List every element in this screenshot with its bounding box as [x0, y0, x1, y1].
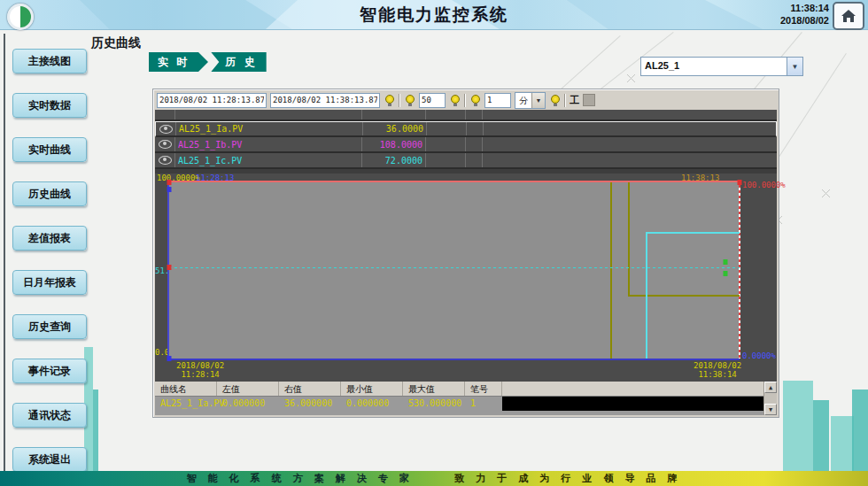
plot-area[interactable]	[167, 181, 740, 360]
scroll-up-icon[interactable]: ▲	[764, 382, 777, 393]
visibility-toggle[interactable]	[155, 153, 175, 167]
sidebar-item-diff-report[interactable]: 差值报表	[12, 226, 87, 251]
col-header-left-value: 左值	[217, 382, 279, 396]
curve-segment	[169, 267, 740, 268]
zoom-in-icon[interactable]	[449, 94, 461, 107]
axis-marker	[167, 180, 172, 185]
curve-segment	[646, 232, 740, 234]
tab-gap	[208, 52, 211, 72]
sidebar-item-exit[interactable]: 系统退出	[12, 447, 87, 472]
col-header-min: 最小值	[341, 382, 403, 396]
clock-date: 2018/08/02	[780, 14, 829, 27]
curve-stats-table: 曲线名 左值 右值 最小值 最大值 笔号 AL25_1_Ia.PV 0.0000…	[155, 382, 777, 415]
curve-segment	[628, 295, 740, 297]
curve-segment	[610, 182, 612, 359]
end-time-input[interactable]	[270, 93, 380, 108]
home-icon	[841, 9, 856, 23]
cell-right-value: 36.000000	[279, 397, 341, 411]
tab-history[interactable]: 历 史	[211, 52, 266, 72]
curve-value: 72.0000	[385, 156, 422, 166]
interval-unit-select[interactable]: 分 ▼	[515, 92, 546, 109]
app-title: 智能电力监控系统	[0, 0, 868, 29]
clock-time: 11:38:14	[780, 2, 829, 14]
eye-icon	[159, 125, 173, 134]
visibility-toggle[interactable]	[156, 122, 176, 135]
axis-marker	[167, 265, 172, 270]
app-window: 智能电力监控系统 11:38:14 2018/08/02 主接线图 实时数据 实…	[0, 0, 868, 486]
powerline-node-decoration	[822, 189, 830, 197]
skyline-building	[831, 416, 854, 471]
footer-bar: 智 能 化 系 统 方 案 解 决 专 家 致 力 于 成 为 行 业 领 导 …	[0, 471, 868, 486]
zoom-out-icon[interactable]	[404, 94, 415, 107]
skyline-building	[813, 400, 829, 471]
sidebar-item-event-log[interactable]: 事件记录	[12, 359, 87, 383]
cell-min: 0.000000	[341, 397, 403, 411]
axis-marker	[723, 259, 727, 265]
table-row[interactable]: AL25_1_Ia.PV 0.000000 36.000000 0.000000…	[155, 397, 777, 411]
cell-pen: 1	[465, 397, 502, 411]
scroll-down-icon[interactable]: ▼	[764, 404, 777, 415]
interval-inc-icon[interactable]	[549, 94, 561, 107]
device-select-value: AL25_1	[641, 58, 787, 75]
interval-unit-value: 分	[515, 93, 531, 108]
axis-marker	[167, 356, 172, 361]
curve-name: AL25_1_Ia.PV	[179, 124, 243, 134]
cursor-marker-icon[interactable]	[384, 94, 395, 107]
curve-name: AL25_1_Ic.PV	[178, 156, 242, 166]
legend-row-ic[interactable]: AL25_1_Ic.PV 72.0000	[155, 153, 777, 169]
sidebar-edge-line	[4, 34, 5, 471]
sidebar-item-main-wiring[interactable]: 主接线图	[12, 49, 87, 73]
table-empty-region	[502, 397, 764, 411]
x-axis-end-datetime: 2018/08/0211:38:14	[694, 361, 741, 379]
col-header-right-value: 右值	[279, 382, 341, 396]
eye-icon	[159, 140, 172, 149]
curve-value: 108.0000	[380, 140, 422, 150]
trend-chart-zone: 100.0000% 11:28:13 11:38:13 100.0000% 51…	[155, 174, 777, 382]
device-select[interactable]: AL25_1 ▼	[640, 57, 803, 76]
toolbar-separator	[399, 94, 400, 107]
zoom-percent-input[interactable]	[419, 93, 446, 108]
axis-marker	[723, 271, 727, 276]
sidebar-item-realtime-curve[interactable]: 实时曲线	[12, 137, 87, 162]
start-time-input[interactable]	[157, 93, 267, 108]
toolbar-separator	[564, 94, 566, 107]
time-cursor-line[interactable]	[739, 182, 740, 359]
y-axis-top-right-label: 100.0000%	[742, 181, 786, 189]
cell-curve-name: AL25_1_Ia.PV	[155, 397, 217, 411]
tab-realtime[interactable]: 实 时	[149, 52, 198, 72]
axis-marker	[738, 180, 742, 185]
stats-table-header: 曲线名 左值 右值 最小值 最大值 笔号	[155, 382, 777, 397]
visibility-toggle[interactable]	[155, 137, 175, 151]
clock: 11:38:14 2018/08/02	[780, 2, 829, 27]
home-button[interactable]	[833, 2, 864, 30]
chevron-down-icon[interactable]: ▼	[531, 93, 545, 108]
legend-row-ib[interactable]: AL25_1_Ib.PV 108.0000	[155, 137, 777, 153]
sidebar-item-realtime-data[interactable]: 实时数据	[12, 93, 87, 118]
col-header-max: 最大值	[403, 382, 465, 396]
curve-name: AL25_1_Ib.PV	[178, 140, 242, 150]
x-axis-start-datetime: 2018/08/0211:28:14	[176, 361, 224, 379]
eye-icon	[159, 156, 172, 165]
measure-cursor-icon[interactable]: 工	[570, 94, 579, 107]
sidebar-item-history-query[interactable]: 历史查询	[12, 314, 87, 339]
header-bar: 智能电力监控系统 11:38:14 2018/08/02	[0, 0, 868, 30]
col-header-pen: 笔号	[465, 382, 502, 396]
tab-arrow-icon	[198, 52, 208, 72]
sidebar-item-dmy-report[interactable]: 日月年报表	[12, 270, 87, 295]
interval-dec-icon[interactable]	[469, 94, 481, 107]
trend-toolbar: 分 ▼ 工	[155, 91, 777, 109]
interval-input[interactable]	[484, 93, 511, 108]
footer-slogan-left: 智 能 化 系 统 方 案 解 决 专 家	[186, 472, 414, 485]
page-title: 历史曲线	[91, 35, 141, 51]
sidebar-item-comm-status[interactable]: 通讯状态	[12, 403, 87, 428]
powerline-node-decoration	[627, 74, 635, 82]
legend-row-ia[interactable]: AL25_1_Ia.PV 36.0000	[155, 121, 777, 137]
chevron-down-icon[interactable]: ▼	[787, 58, 802, 75]
table-scrollbar[interactable]: ▲ ▼	[763, 382, 777, 415]
sidebar-item-history-curve[interactable]: 历史曲线	[12, 181, 87, 206]
curve-legend: AL25_1_Ia.PV 36.0000 AL25_1_Ib.PV 108.00…	[155, 110, 777, 174]
axis-marker	[167, 187, 172, 192]
snapshot-icon[interactable]	[583, 94, 595, 106]
cell-max: 530.000000	[403, 397, 465, 411]
skyline-building	[783, 381, 813, 471]
